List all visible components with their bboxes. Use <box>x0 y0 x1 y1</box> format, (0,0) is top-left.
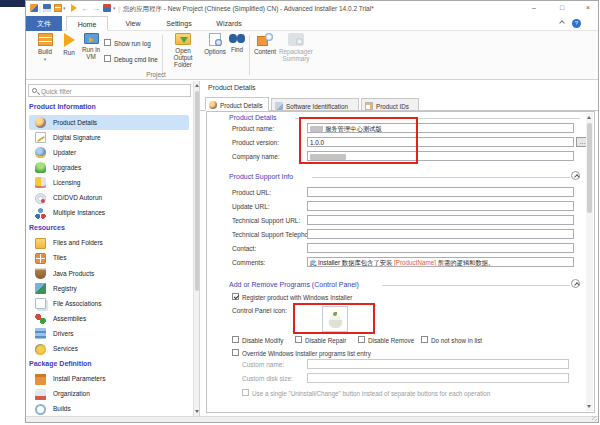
minimize-button[interactable]: – <box>528 3 540 13</box>
status-bar <box>26 416 598 422</box>
product-url-label: Product URL: <box>232 189 271 196</box>
sidebar-item-builds[interactable]: Builds <box>26 402 193 416</box>
open-output-folder-button[interactable]: Open Output Folder <box>165 33 201 68</box>
sidebar-item-cd-dvd-autorun[interactable]: CD/DVD Autorun <box>26 191 193 206</box>
section-rule <box>382 285 570 286</box>
sidebar-item-multiple-instances[interactable]: Multiple Instances <box>26 206 193 221</box>
main-scrollbar[interactable] <box>586 113 593 411</box>
scrollbar-thumb[interactable] <box>587 123 592 213</box>
tab-product-ids[interactable]: Product IDs <box>361 98 419 111</box>
show-run-log-checkbox[interactable]: Show run log <box>104 39 164 47</box>
document-tabstrip: Product Details Software Identification … <box>200 97 598 111</box>
forward-icon[interactable]: → <box>92 4 100 13</box>
sidebar-item-java-products[interactable]: Java Products <box>26 266 193 281</box>
run-quick-icon[interactable] <box>71 4 77 12</box>
tab-product-details[interactable]: Product Details <box>205 97 269 111</box>
save-icon[interactable] <box>43 4 51 12</box>
scrollbar-thumb[interactable] <box>195 91 199 291</box>
custom-name-input[interactable] <box>307 359 569 369</box>
update-url-input[interactable] <box>307 201 574 211</box>
scroll-down-icon[interactable] <box>587 405 591 408</box>
ribbon-group-label: Project <box>106 71 206 78</box>
checkbox-icon <box>358 336 365 343</box>
search-icon <box>32 88 37 93</box>
find-button[interactable]: Find <box>228 33 246 53</box>
tab-settings[interactable]: Settings <box>158 16 200 31</box>
sidebar-item-licensing[interactable]: Licensing <box>26 175 193 190</box>
upgrades-icon <box>35 162 46 173</box>
sidebar-item-assemblies[interactable]: Assemblies <box>26 311 193 326</box>
open-output-folder-icon <box>175 33 191 45</box>
product-version-input[interactable]: 1.0.0 <box>307 137 574 147</box>
sidebar-item-product-details[interactable]: Product Details <box>29 115 189 130</box>
app-window: | ▾ ← → ▾ | 您的应用程序 - New Project (Chines… <box>25 0 599 423</box>
sidebar-item-drivers[interactable]: Drivers <box>26 326 193 341</box>
scroll-down-icon[interactable] <box>195 410 199 413</box>
quick-filter-input[interactable]: Quick filter <box>28 84 191 97</box>
checkbox-icon <box>232 336 239 343</box>
sidebar-item-files-and-folders[interactable]: Files and Folders <box>26 236 193 251</box>
sidebar-header-resources: Resources <box>26 221 193 236</box>
maximize-button[interactable]: □ <box>556 3 568 13</box>
build-dropdown-icon: ▾ <box>32 55 58 64</box>
recent-dropdown-icon[interactable]: ▾ <box>113 4 116 13</box>
technical-support-url-input[interactable] <box>307 215 574 225</box>
sidebar-item-organization[interactable]: Organization <box>26 387 193 402</box>
product-url-input[interactable] <box>307 187 574 197</box>
collapse-support-info-icon[interactable] <box>571 171 580 180</box>
tab-wizards[interactable]: Wizards <box>208 16 250 31</box>
content-button[interactable]: Content <box>252 33 278 55</box>
build-quick-icon[interactable] <box>54 4 62 12</box>
sidebar-item-install-parameters[interactable]: Install Parameters <box>26 372 193 387</box>
section-title-product-details: Product Details <box>229 114 276 121</box>
debug-cmd-line-checkbox[interactable]: Debug cmd line <box>104 55 164 63</box>
contact-input[interactable] <box>307 243 574 253</box>
section-rule <box>312 177 570 178</box>
technical-support-telephone-input[interactable] <box>307 229 574 239</box>
ribbon-collapse-icon[interactable] <box>560 21 566 27</box>
sidebar-item-tiles[interactable]: Tiles <box>26 251 193 266</box>
tab-file[interactable]: 文件 <box>26 16 62 31</box>
comments-text: 此 Installer 数据库包含了安装 <box>310 259 394 266</box>
app-icon[interactable] <box>30 4 38 12</box>
tab-software-identification[interactable]: Software Identification <box>271 98 359 111</box>
control-panel-icon-button[interactable] <box>322 306 348 332</box>
run-in-vm-button[interactable]: Run in VM <box>79 33 103 60</box>
tab-home[interactable]: Home <box>66 16 108 31</box>
main-panel: Product Details Product Details Software… <box>199 81 598 416</box>
build-dropdown-icon[interactable]: ▾ <box>63 4 66 13</box>
quick-filter-placeholder: Quick filter <box>41 88 72 95</box>
sidebar-item-updater[interactable]: Updater <box>26 145 193 160</box>
help-icon[interactable]: ? <box>572 19 581 28</box>
collapse-arp-icon[interactable] <box>571 279 580 288</box>
section-title-support-info: Product Support Info <box>229 173 293 180</box>
section-rule <box>295 118 580 119</box>
recent-projects-icon[interactable] <box>103 4 111 12</box>
resize-grip[interactable] <box>592 416 597 421</box>
sidebar-item-file-associations[interactable]: File Associations <box>26 296 193 311</box>
sidebar-item-services[interactable]: Services <box>26 342 193 357</box>
build-button[interactable]: Build ▾ <box>32 33 58 64</box>
separator-glyph: | <box>118 4 120 13</box>
scroll-up-icon[interactable] <box>587 116 591 119</box>
custom-disk-size-input[interactable] <box>307 373 569 383</box>
registry-icon <box>35 283 46 294</box>
sidebar-item-digital-signature[interactable]: Digital Signature <box>26 130 193 145</box>
company-name-input[interactable] <box>307 151 574 161</box>
product-ids-tab-icon <box>365 102 373 110</box>
product-name-input[interactable]: 服务管理中心测试版 <box>307 123 574 133</box>
close-button[interactable]: × <box>582 3 594 13</box>
checkbox-icon <box>104 39 111 46</box>
sidebar-item-registry[interactable]: Registry <box>26 281 193 296</box>
technical-support-url-label: Technical Support URL: <box>232 217 300 224</box>
scroll-up-icon[interactable] <box>195 84 199 87</box>
sidebar-item-upgrades[interactable]: Upgrades <box>26 160 193 175</box>
back-icon[interactable]: ← <box>81 4 89 13</box>
run-button[interactable]: Run <box>59 33 79 56</box>
run-in-vm-icon <box>84 33 99 44</box>
comments-input[interactable]: 此 Installer 数据库包含了安装 [ProductName] 所需的逻辑… <box>307 257 574 267</box>
tab-view[interactable]: View <box>116 16 150 31</box>
digital-signature-icon <box>35 132 46 143</box>
product-details-tab-icon <box>209 101 217 109</box>
options-button[interactable]: Options <box>202 33 228 55</box>
